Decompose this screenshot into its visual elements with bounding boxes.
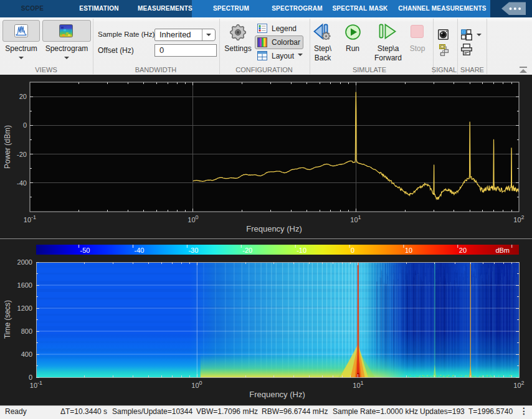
svg-text:-40: -40 xyxy=(17,179,27,187)
svg-text:-10: -10 xyxy=(297,247,306,254)
svg-text:-20: -20 xyxy=(242,247,252,254)
svg-text:2000: 2000 xyxy=(17,258,32,266)
svg-text:Frequency (Hz): Frequency (Hz) xyxy=(246,224,302,233)
svg-text:dBm: dBm xyxy=(495,247,510,254)
svg-text:20: 20 xyxy=(19,93,27,100)
svg-text:20: 20 xyxy=(459,247,467,254)
svg-text:-20: -20 xyxy=(17,151,27,158)
svg-text:400: 400 xyxy=(21,351,32,358)
svg-text:0: 0 xyxy=(23,121,27,129)
svg-text:Time (secs): Time (secs) xyxy=(3,300,12,339)
svg-text:1200: 1200 xyxy=(17,304,32,312)
svg-text:-40: -40 xyxy=(135,247,145,254)
svg-text:-50: -50 xyxy=(80,247,90,254)
svg-text:Power (dBm): Power (dBm) xyxy=(3,125,12,169)
svg-text:-30: -30 xyxy=(188,247,198,254)
svg-text:0: 0 xyxy=(351,247,354,254)
svg-text:Frequency (Hz): Frequency (Hz) xyxy=(249,390,305,399)
svg-text:800: 800 xyxy=(21,327,32,335)
svg-text:0: 0 xyxy=(29,374,32,381)
svg-text:10: 10 xyxy=(405,247,412,254)
svg-text:1600: 1600 xyxy=(17,281,32,289)
